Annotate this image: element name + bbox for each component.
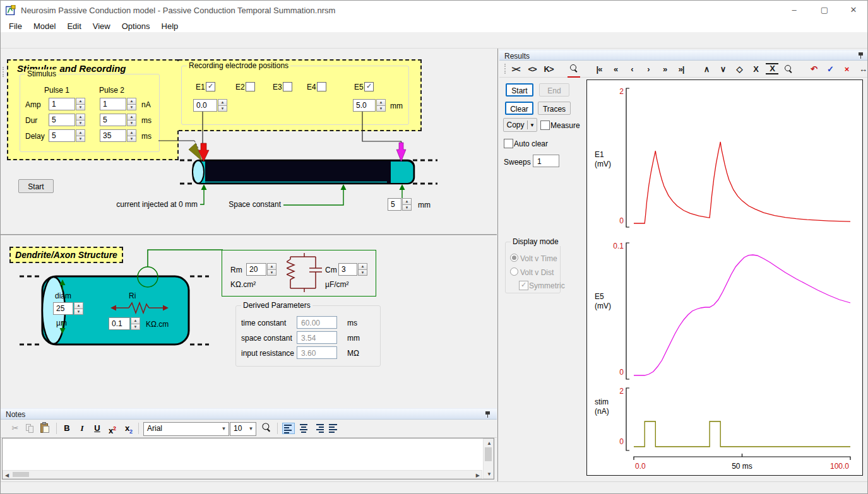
collapse-y-icon[interactable]: X bbox=[749, 61, 762, 77]
next-fast-icon[interactable]: » bbox=[658, 61, 671, 77]
volt-v-time-radio[interactable] bbox=[510, 254, 518, 262]
delay-pulse1-spinner[interactable]: 5▲▼ bbox=[49, 129, 85, 142]
underline-button[interactable]: U bbox=[90, 421, 104, 435]
font-color-icon[interactable] bbox=[259, 421, 273, 435]
italic-button[interactable]: I bbox=[75, 421, 89, 435]
h-cursor-icon[interactable]: ↔ bbox=[857, 61, 868, 77]
rm-spinner[interactable]: 20▲▼ bbox=[246, 263, 276, 276]
align-right-button[interactable] bbox=[312, 423, 325, 434]
prev-icon[interactable]: ‹ bbox=[626, 61, 638, 77]
menu-options[interactable]: Options bbox=[116, 21, 156, 31]
sweeps-input[interactable]: 1 bbox=[533, 155, 559, 167]
spinner-buttons[interactable]: ▲▼ bbox=[127, 98, 136, 110]
notes-hscrollbar[interactable]: ◀ ▶ bbox=[3, 470, 482, 479]
shift-down-icon[interactable]: ∨ bbox=[716, 61, 729, 77]
spinner-buttons[interactable]: ▲▼ bbox=[127, 129, 136, 142]
autoscale-x-icon[interactable]: K> bbox=[542, 61, 555, 77]
notes-copy-icon[interactable] bbox=[23, 421, 37, 435]
electrode-e4-checkbox[interactable] bbox=[317, 82, 326, 91]
electrode-e5-checkbox[interactable] bbox=[364, 82, 374, 91]
notes-cut-icon[interactable]: ✂ bbox=[8, 421, 22, 435]
pin-icon[interactable] bbox=[485, 411, 490, 418]
spinner-buttons[interactable]: ▲▼ bbox=[402, 198, 412, 211]
dur-pulse1-spinner[interactable]: 5▲▼ bbox=[49, 114, 85, 126]
results-traces-button[interactable]: Traces bbox=[538, 102, 571, 115]
amp-pulse2-spinner[interactable]: 1▲▼ bbox=[100, 98, 136, 110]
first-icon[interactable]: |« bbox=[593, 61, 605, 77]
measure-checkbox[interactable] bbox=[540, 121, 550, 130]
dur-unit: ms bbox=[141, 116, 152, 125]
menu-edit[interactable]: Edit bbox=[61, 21, 86, 31]
maximize-button[interactable]: ▢ bbox=[810, 1, 839, 20]
axon-length-unit: mm bbox=[418, 201, 431, 209]
spinner-buttons[interactable]: ▲▼ bbox=[74, 302, 83, 315]
electrode-e1-checkbox[interactable] bbox=[206, 82, 215, 91]
dur-pulse2-spinner[interactable]: 5▲▼ bbox=[100, 114, 136, 126]
menu-model[interactable]: Model bbox=[28, 21, 61, 31]
electrode-e3-checkbox[interactable] bbox=[283, 82, 292, 91]
results-toolbar: ><<>K>|««‹›»»|∧∨◇XX↶✓×↔↕ bbox=[499, 61, 868, 78]
accept-icon[interactable]: ✓ bbox=[824, 61, 836, 77]
cm-spinner[interactable]: 3▲▼ bbox=[338, 263, 367, 276]
spinner-buttons[interactable]: ▲▼ bbox=[127, 114, 136, 126]
align-left-button[interactable] bbox=[282, 423, 295, 434]
amp-pulse1-spinner[interactable]: 1▲▼ bbox=[49, 98, 85, 110]
spinner-buttons[interactable]: ▲▼ bbox=[376, 99, 386, 112]
spinner-buttons[interactable]: ▲▼ bbox=[218, 99, 227, 112]
close-button[interactable]: ✕ bbox=[839, 1, 868, 20]
spinner-buttons[interactable]: ▲▼ bbox=[76, 129, 85, 142]
expand-y-icon[interactable]: ◇ bbox=[733, 61, 746, 77]
spinner-buttons[interactable]: ▲▼ bbox=[131, 317, 140, 330]
last-icon[interactable]: »| bbox=[675, 61, 687, 77]
results-copy-button[interactable]: Copy ▼ bbox=[503, 118, 537, 132]
auto-clear-checkbox[interactable] bbox=[504, 139, 513, 148]
results-end-button[interactable]: End bbox=[539, 83, 569, 97]
undo-icon[interactable]: ↶ bbox=[807, 61, 820, 77]
pin-icon[interactable] bbox=[858, 52, 864, 59]
e5-position-spinner[interactable]: 5.0▲▼ bbox=[353, 99, 386, 112]
panel-splitter[interactable] bbox=[497, 49, 498, 481]
expand-x-icon[interactable]: <> bbox=[526, 61, 538, 77]
fit-y-icon[interactable]: X bbox=[766, 63, 778, 74]
results-start-button[interactable]: Start bbox=[506, 83, 533, 97]
shift-up-icon[interactable]: ∧ bbox=[700, 61, 713, 77]
spinner-buttons[interactable]: ▲▼ bbox=[76, 98, 85, 110]
ri-spinner[interactable]: 0.1▲▼ bbox=[109, 317, 140, 330]
minimize-button[interactable]: – bbox=[780, 1, 809, 20]
bold-button[interactable]: B bbox=[60, 421, 74, 435]
e1-position-spinner[interactable]: 0.0▲▼ bbox=[193, 99, 227, 112]
spinner-buttons[interactable]: ▲▼ bbox=[358, 263, 367, 276]
prev-fast-icon[interactable]: « bbox=[609, 61, 622, 77]
symmetric-checkbox[interactable] bbox=[519, 281, 528, 290]
bullet-list-button[interactable] bbox=[328, 423, 340, 434]
results-plot-area[interactable]: 20E1(mV)0.10E5(mV)20stim(nA)0.050 ms100.… bbox=[586, 79, 863, 476]
zoom-x-icon[interactable] bbox=[568, 60, 580, 78]
zoom-y-icon[interactable] bbox=[782, 61, 795, 77]
volt-v-dist-radio[interactable] bbox=[510, 268, 518, 276]
menu-file[interactable]: File bbox=[3, 21, 28, 31]
start-simulation-button[interactable]: Start bbox=[18, 179, 54, 193]
align-center-button[interactable] bbox=[297, 423, 310, 434]
chevron-down-icon[interactable]: ▼ bbox=[219, 423, 229, 435]
next-icon[interactable]: › bbox=[642, 61, 655, 77]
notes-paste-icon[interactable] bbox=[39, 421, 52, 435]
font-size-select[interactable]: 10▼ bbox=[230, 422, 256, 436]
collapse-x-icon[interactable]: >< bbox=[509, 61, 522, 77]
menu-help[interactable]: Help bbox=[156, 21, 184, 31]
chevron-down-icon[interactable]: ▼ bbox=[246, 423, 256, 435]
delay-pulse2-spinner[interactable]: 35▲▼ bbox=[100, 129, 136, 142]
delete-icon[interactable]: × bbox=[840, 61, 853, 77]
font-family-select[interactable]: Arial▼ bbox=[143, 422, 229, 436]
notes-vscrollbar[interactable]: ▲ ▼ bbox=[483, 438, 494, 479]
superscript-button[interactable]: x2 bbox=[105, 421, 119, 435]
spinner-buttons[interactable]: ▲▼ bbox=[76, 114, 85, 126]
electrode-e2-checkbox[interactable] bbox=[246, 82, 255, 91]
subscript-button[interactable]: x2 bbox=[122, 421, 136, 435]
axon-length-spinner[interactable]: 5▲▼ bbox=[388, 198, 412, 211]
spinner-buttons[interactable]: ▲▼ bbox=[267, 263, 276, 276]
diam-spinner[interactable]: 25▲▼ bbox=[53, 302, 83, 315]
chevron-down-icon[interactable]: ▼ bbox=[528, 122, 537, 128]
results-clear-button[interactable]: Clear bbox=[505, 102, 533, 115]
menu-view[interactable]: View bbox=[87, 21, 116, 31]
delay-label: Delay bbox=[25, 132, 45, 141]
